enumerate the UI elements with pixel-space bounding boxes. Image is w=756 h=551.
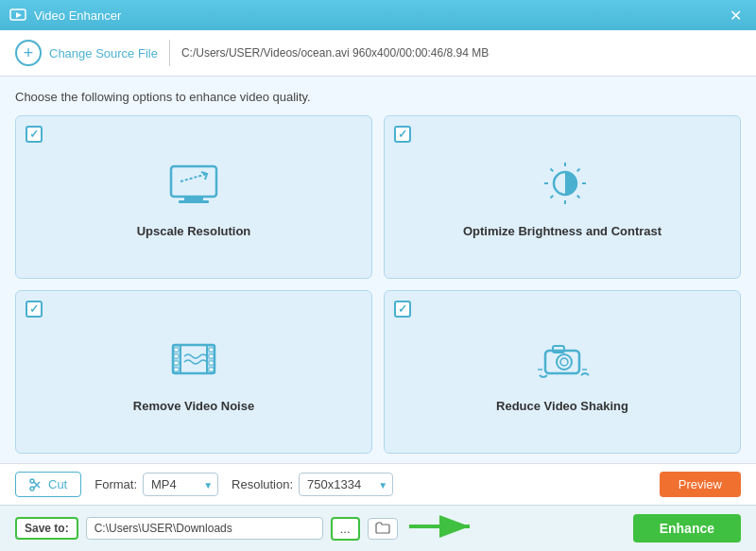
resolution-label: Resolution:: [232, 477, 293, 491]
svg-line-13: [551, 196, 554, 198]
noise-label: Remove Video Noise: [133, 399, 254, 413]
source-file-info: C:/Users/USER/Videos/ocean.avi 960x400/0…: [181, 46, 489, 60]
cut-label: Cut: [48, 477, 67, 491]
upscale-icon: [163, 154, 224, 215]
svg-rect-4: [179, 200, 209, 203]
resolution-select[interactable]: 750x1334 960x400 1280x720 1920x1080: [299, 473, 393, 496]
svg-line-14: [577, 169, 580, 172]
remove-noise-card[interactable]: Remove Video Noise: [15, 290, 372, 454]
svg-point-34: [30, 479, 34, 483]
svg-rect-27: [209, 368, 214, 371]
folder-icon: [376, 522, 389, 533]
format-group: Format: MP4 AVI MOV MKV ▼: [94, 473, 218, 496]
svg-rect-20: [174, 348, 179, 352]
svg-marker-1: [16, 12, 22, 18]
bottom-controls: Cut Format: MP4 AVI MOV MKV ▼ Resolution…: [0, 463, 756, 505]
title-bar: Video Enhancer ✕: [0, 0, 756, 30]
enhance-button[interactable]: Enhance: [633, 514, 741, 542]
svg-rect-21: [174, 354, 179, 358]
app-icon: [9, 7, 26, 24]
subtitle-text: Choose the following options to enhance …: [15, 90, 741, 104]
format-select[interactable]: MP4 AVI MOV MKV: [143, 473, 218, 496]
window-title: Video Enhancer: [34, 9, 121, 23]
brightness-label: Optimize Brightness and Contrast: [463, 224, 662, 238]
enhance-arrow-icon: [405, 513, 481, 540]
noise-checkbox[interactable]: [26, 301, 43, 318]
svg-point-35: [30, 487, 34, 491]
cut-button[interactable]: Cut: [15, 472, 81, 497]
preview-button[interactable]: Preview: [660, 472, 741, 497]
brightness-contrast-card[interactable]: Optimize Brightness and Contrast: [384, 115, 741, 279]
close-button[interactable]: ✕: [724, 4, 747, 26]
resolution-select-wrapper: 750x1334 960x400 1280x720 1920x1080 ▼: [299, 473, 393, 496]
resolution-group: Resolution: 750x1334 960x400 1280x720 19…: [232, 473, 393, 496]
shaking-icon: [532, 329, 593, 389]
svg-rect-3: [184, 197, 203, 200]
svg-rect-22: [174, 361, 179, 365]
options-grid: Upscale Resolution Optimize B: [15, 115, 741, 454]
svg-line-11: [551, 169, 554, 172]
source-bar: + Change Source File C:/Users/USER/Video…: [0, 30, 756, 77]
change-source-button[interactable]: + Change Source File: [15, 40, 158, 66]
open-folder-button[interactable]: [368, 518, 398, 540]
brightness-checkbox[interactable]: [394, 126, 411, 143]
format-label: Format:: [94, 477, 137, 491]
format-select-wrapper: MP4 AVI MOV MKV ▼: [143, 473, 218, 496]
change-source-label: Change Source File: [49, 46, 158, 60]
save-bar: Save to: ... Enhance: [0, 505, 756, 551]
add-circle-icon: +: [15, 40, 42, 66]
title-bar-left: Video Enhancer: [9, 7, 121, 24]
reduce-shaking-card[interactable]: Reduce Video Shaking: [384, 290, 741, 454]
source-divider: [169, 40, 170, 66]
upscale-resolution-card[interactable]: Upscale Resolution: [15, 115, 372, 279]
brightness-icon: [532, 154, 593, 215]
save-to-label: Save to:: [15, 517, 78, 540]
browse-button[interactable]: ...: [331, 517, 360, 541]
arrow-spacer: [405, 513, 626, 543]
upscale-label: Upscale Resolution: [137, 224, 251, 238]
scissors-icon: [29, 478, 43, 491]
shaking-checkbox[interactable]: [394, 301, 411, 318]
svg-point-31: [560, 358, 568, 366]
svg-line-12: [577, 196, 580, 198]
svg-rect-24: [209, 348, 214, 352]
noise-icon: [163, 329, 224, 389]
svg-rect-25: [209, 354, 214, 358]
svg-point-30: [557, 354, 572, 370]
upscale-checkbox[interactable]: [26, 126, 43, 143]
save-path-input[interactable]: [86, 517, 323, 540]
svg-line-5: [180, 174, 207, 181]
svg-rect-2: [171, 166, 216, 197]
main-content: Choose the following options to enhance …: [0, 77, 756, 463]
shaking-label: Reduce Video Shaking: [496, 399, 628, 413]
svg-rect-26: [209, 361, 214, 365]
svg-rect-23: [174, 368, 179, 371]
